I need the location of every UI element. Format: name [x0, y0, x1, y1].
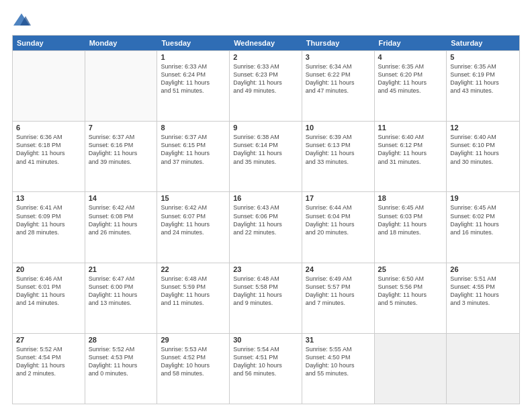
calendar-cell: 29Sunrise: 5:53 AMSunset: 4:52 PMDayligh… — [157, 334, 230, 404]
day-number: 19 — [450, 194, 516, 202]
cell-line: Daylight: 10 hours — [306, 361, 371, 369]
calendar-body: 1Sunrise: 6:33 AMSunset: 6:24 PMDaylight… — [13, 50, 519, 404]
calendar-cell: 30Sunrise: 5:54 AMSunset: 4:51 PMDayligh… — [230, 334, 302, 404]
day-number: 9 — [233, 124, 298, 132]
calendar-cell: 20Sunrise: 6:46 AMSunset: 6:01 PMDayligh… — [13, 263, 85, 333]
cell-line: and 37 minutes. — [161, 158, 226, 166]
day-number: 18 — [378, 194, 443, 202]
calendar-cell: 1Sunrise: 6:33 AMSunset: 6:24 PMDaylight… — [157, 51, 230, 121]
day-number: 10 — [306, 124, 371, 132]
cell-line: Daylight: 11 hours — [16, 291, 81, 299]
day-number: 24 — [306, 265, 371, 273]
cell-line: Sunrise: 5:51 AM — [450, 275, 516, 283]
header — [12, 12, 520, 28]
cell-line: and 18 minutes. — [378, 228, 443, 236]
cell-line: Sunset: 6:14 PM — [233, 141, 298, 149]
cell-line: Daylight: 11 hours — [233, 291, 298, 299]
day-number: 13 — [16, 194, 81, 202]
cell-line: Sunrise: 6:46 AM — [16, 275, 81, 283]
day-number: 30 — [233, 336, 298, 344]
cell-line: Daylight: 11 hours — [233, 79, 298, 87]
cell-line: Sunset: 6:19 PM — [450, 71, 516, 79]
cell-line: and 20 minutes. — [306, 228, 371, 236]
cell-line: Sunrise: 6:44 AM — [306, 203, 371, 212]
cell-line: and 2 minutes. — [16, 369, 81, 377]
calendar-cell: 26Sunrise: 5:51 AMSunset: 4:55 PMDayligh… — [447, 263, 519, 333]
weekday-header-sunday: Sunday — [13, 36, 85, 50]
calendar-cell: 7Sunrise: 6:37 AMSunset: 6:16 PMDaylight… — [85, 122, 158, 191]
cell-line: Sunrise: 6:41 AM — [16, 203, 81, 212]
cell-line: Daylight: 11 hours — [89, 149, 154, 157]
cell-line: Daylight: 11 hours — [16, 361, 81, 369]
cell-line: Daylight: 11 hours — [378, 79, 443, 87]
day-number: 23 — [233, 265, 298, 273]
calendar-cell: 9Sunrise: 6:38 AMSunset: 6:14 PMDaylight… — [230, 122, 302, 191]
calendar-cell: 18Sunrise: 6:45 AMSunset: 6:03 PMDayligh… — [375, 192, 447, 262]
day-number: 21 — [89, 265, 154, 273]
cell-line: and 33 minutes. — [306, 158, 371, 166]
calendar-cell: 31Sunrise: 5:55 AMSunset: 4:50 PMDayligh… — [302, 334, 375, 404]
calendar-header: SundayMondayTuesdayWednesdayThursdayFrid… — [13, 36, 519, 50]
cell-line: Sunset: 6:03 PM — [378, 212, 443, 220]
calendar-cell: 12Sunrise: 6:40 AMSunset: 6:10 PMDayligh… — [447, 122, 519, 191]
day-number: 11 — [378, 124, 443, 132]
cell-line: and 51 minutes. — [161, 87, 226, 95]
cell-line: Daylight: 10 hours — [161, 361, 226, 369]
weekday-header-thursday: Thursday — [302, 36, 375, 50]
calendar-cell: 3Sunrise: 6:34 AMSunset: 6:22 PMDaylight… — [302, 51, 375, 121]
day-number: 6 — [16, 124, 81, 132]
day-number: 22 — [161, 265, 226, 273]
calendar-cell: 21Sunrise: 6:47 AMSunset: 6:00 PMDayligh… — [85, 263, 158, 333]
cell-line: Daylight: 11 hours — [161, 149, 226, 157]
cell-line: Sunset: 6:00 PM — [89, 283, 154, 291]
cell-line: Daylight: 11 hours — [233, 149, 298, 157]
calendar-cell — [85, 51, 158, 121]
cell-line: Sunset: 6:10 PM — [450, 141, 516, 149]
calendar-cell: 11Sunrise: 6:40 AMSunset: 6:12 PMDayligh… — [375, 122, 447, 191]
cell-line: Sunrise: 6:35 AM — [378, 62, 443, 71]
cell-line: Sunset: 4:51 PM — [233, 353, 298, 361]
calendar-cell: 5Sunrise: 6:35 AMSunset: 6:19 PMDaylight… — [447, 51, 519, 121]
cell-line: Sunrise: 6:42 AM — [161, 203, 226, 212]
calendar-row-1: 6Sunrise: 6:36 AMSunset: 6:18 PMDaylight… — [13, 121, 519, 191]
calendar-cell: 22Sunrise: 6:48 AMSunset: 5:59 PMDayligh… — [157, 263, 230, 333]
cell-line: Daylight: 11 hours — [161, 79, 226, 87]
cell-line: Sunrise: 6:40 AM — [450, 133, 516, 141]
calendar-row-2: 13Sunrise: 6:41 AMSunset: 6:09 PMDayligh… — [13, 191, 519, 262]
cell-line: Daylight: 11 hours — [450, 149, 516, 157]
cell-line: Sunrise: 6:45 AM — [378, 203, 443, 212]
calendar-cell: 19Sunrise: 6:45 AMSunset: 6:02 PMDayligh… — [447, 192, 519, 262]
cell-line: Daylight: 11 hours — [306, 79, 371, 87]
day-number: 1 — [161, 53, 226, 61]
day-number: 14 — [89, 194, 154, 202]
day-number: 2 — [233, 53, 298, 61]
cell-line: and 26 minutes. — [89, 228, 154, 236]
cell-line: Sunrise: 5:52 AM — [89, 345, 154, 353]
cell-line: Sunrise: 5:52 AM — [16, 345, 81, 353]
cell-line: Sunset: 6:12 PM — [378, 141, 443, 149]
day-number: 26 — [450, 265, 516, 273]
cell-line: and 16 minutes. — [450, 228, 516, 236]
cell-line: Sunset: 6:08 PM — [89, 212, 154, 220]
cell-line: Sunrise: 6:50 AM — [378, 275, 443, 283]
cell-line: Daylight: 11 hours — [306, 149, 371, 157]
cell-line: Daylight: 10 hours — [233, 361, 298, 369]
cell-line: Sunset: 6:07 PM — [161, 212, 226, 220]
cell-line: Sunset: 6:09 PM — [16, 212, 81, 220]
cell-line: Sunset: 6:01 PM — [16, 283, 81, 291]
cell-line: Sunset: 6:06 PM — [233, 212, 298, 220]
weekday-header-monday: Monday — [85, 36, 158, 50]
calendar-cell: 4Sunrise: 6:35 AMSunset: 6:20 PMDaylight… — [375, 51, 447, 121]
day-number: 31 — [306, 336, 371, 344]
cell-line: and 24 minutes. — [161, 228, 226, 236]
logo — [12, 12, 34, 28]
cell-line: and 35 minutes. — [233, 158, 298, 166]
cell-line: Sunrise: 6:45 AM — [450, 203, 516, 212]
cell-line: and 39 minutes. — [89, 158, 154, 166]
calendar-cell: 25Sunrise: 6:50 AMSunset: 5:56 PMDayligh… — [375, 263, 447, 333]
cell-line: and 13 minutes. — [89, 299, 154, 307]
calendar-cell: 17Sunrise: 6:44 AMSunset: 6:04 PMDayligh… — [302, 192, 375, 262]
cell-line: Sunset: 6:20 PM — [378, 71, 443, 79]
cell-line: Daylight: 11 hours — [306, 291, 371, 299]
cell-line: Sunset: 6:04 PM — [306, 212, 371, 220]
